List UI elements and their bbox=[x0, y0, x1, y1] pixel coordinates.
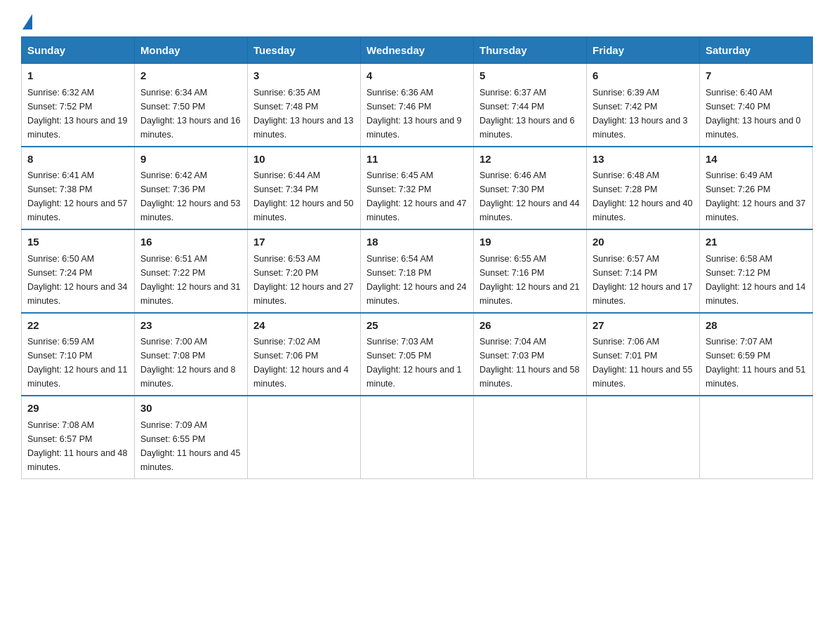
day-number: 2 bbox=[140, 68, 241, 84]
day-info: Sunrise: 6:37 AMSunset: 7:44 PMDaylight:… bbox=[479, 86, 581, 142]
day-number: 21 bbox=[706, 234, 807, 250]
day-number: 19 bbox=[479, 234, 581, 250]
day-info: Sunrise: 6:51 AMSunset: 7:22 PMDaylight:… bbox=[140, 252, 241, 308]
day-info: Sunrise: 6:36 AMSunset: 7:46 PMDaylight:… bbox=[366, 86, 468, 142]
calendar-day-cell: 6Sunrise: 6:39 AMSunset: 7:42 PMDaylight… bbox=[587, 64, 700, 147]
weekday-header-cell: Sunday bbox=[22, 37, 135, 64]
calendar-day-cell: 1Sunrise: 6:32 AMSunset: 7:52 PMDaylight… bbox=[22, 64, 135, 147]
day-info: Sunrise: 6:53 AMSunset: 7:20 PMDaylight:… bbox=[253, 252, 355, 308]
calendar-day-cell: 4Sunrise: 6:36 AMSunset: 7:46 PMDaylight… bbox=[361, 64, 474, 147]
calendar-week-row: 1Sunrise: 6:32 AMSunset: 7:52 PMDaylight… bbox=[22, 64, 813, 147]
calendar-day-cell bbox=[361, 396, 474, 478]
day-number: 1 bbox=[27, 68, 128, 84]
day-number: 3 bbox=[253, 68, 355, 84]
weekday-header-cell: Thursday bbox=[474, 37, 587, 64]
calendar-week-row: 8Sunrise: 6:41 AMSunset: 7:38 PMDaylight… bbox=[22, 147, 813, 230]
page-header bbox=[21, 14, 813, 29]
day-number: 27 bbox=[593, 318, 694, 334]
day-info: Sunrise: 6:41 AMSunset: 7:38 PMDaylight:… bbox=[27, 168, 128, 224]
calendar-day-cell bbox=[474, 396, 587, 478]
calendar-day-cell: 12Sunrise: 6:46 AMSunset: 7:30 PMDayligh… bbox=[474, 147, 587, 230]
day-number: 10 bbox=[253, 152, 355, 168]
calendar-day-cell: 25Sunrise: 7:03 AMSunset: 7:05 PMDayligh… bbox=[361, 313, 474, 396]
calendar-day-cell: 23Sunrise: 7:00 AMSunset: 7:08 PMDayligh… bbox=[135, 313, 248, 396]
weekday-header-cell: Friday bbox=[587, 37, 700, 64]
day-info: Sunrise: 6:58 AMSunset: 7:12 PMDaylight:… bbox=[706, 252, 807, 308]
calendar-week-row: 29Sunrise: 7:08 AMSunset: 6:57 PMDayligh… bbox=[22, 396, 813, 478]
day-info: Sunrise: 6:35 AMSunset: 7:48 PMDaylight:… bbox=[253, 86, 355, 142]
calendar-day-cell: 20Sunrise: 6:57 AMSunset: 7:14 PMDayligh… bbox=[587, 229, 700, 313]
day-info: Sunrise: 6:39 AMSunset: 7:42 PMDaylight:… bbox=[593, 86, 694, 142]
calendar-day-cell: 16Sunrise: 6:51 AMSunset: 7:22 PMDayligh… bbox=[135, 229, 248, 313]
day-info: Sunrise: 7:09 AMSunset: 6:55 PMDaylight:… bbox=[140, 418, 241, 474]
day-info: Sunrise: 7:02 AMSunset: 7:06 PMDaylight:… bbox=[253, 335, 355, 391]
calendar-day-cell: 15Sunrise: 6:50 AMSunset: 7:24 PMDayligh… bbox=[22, 229, 135, 313]
calendar-day-cell: 28Sunrise: 7:07 AMSunset: 6:59 PMDayligh… bbox=[700, 313, 813, 396]
day-number: 4 bbox=[366, 68, 468, 84]
day-number: 8 bbox=[27, 152, 128, 168]
calendar-day-cell: 19Sunrise: 6:55 AMSunset: 7:16 PMDayligh… bbox=[474, 229, 587, 313]
day-info: Sunrise: 6:40 AMSunset: 7:40 PMDaylight:… bbox=[706, 86, 807, 142]
calendar-day-cell bbox=[248, 396, 361, 478]
calendar-week-row: 15Sunrise: 6:50 AMSunset: 7:24 PMDayligh… bbox=[22, 229, 813, 313]
calendar-day-cell: 10Sunrise: 6:44 AMSunset: 7:34 PMDayligh… bbox=[248, 147, 361, 230]
calendar-day-cell: 26Sunrise: 7:04 AMSunset: 7:03 PMDayligh… bbox=[474, 313, 587, 396]
weekday-header-cell: Monday bbox=[135, 37, 248, 64]
day-number: 20 bbox=[593, 234, 694, 250]
day-number: 9 bbox=[140, 152, 241, 168]
day-info: Sunrise: 6:45 AMSunset: 7:32 PMDaylight:… bbox=[366, 168, 468, 224]
calendar-day-cell: 9Sunrise: 6:42 AMSunset: 7:36 PMDaylight… bbox=[135, 147, 248, 230]
day-info: Sunrise: 6:46 AMSunset: 7:30 PMDaylight:… bbox=[479, 168, 581, 224]
day-number: 30 bbox=[140, 401, 241, 417]
day-number: 28 bbox=[706, 318, 807, 334]
day-info: Sunrise: 7:03 AMSunset: 7:05 PMDaylight:… bbox=[366, 335, 468, 391]
day-number: 7 bbox=[706, 68, 807, 84]
day-info: Sunrise: 6:54 AMSunset: 7:18 PMDaylight:… bbox=[366, 252, 468, 308]
calendar-day-cell: 27Sunrise: 7:06 AMSunset: 7:01 PMDayligh… bbox=[587, 313, 700, 396]
day-info: Sunrise: 6:44 AMSunset: 7:34 PMDaylight:… bbox=[253, 168, 355, 224]
day-info: Sunrise: 7:06 AMSunset: 7:01 PMDaylight:… bbox=[593, 335, 694, 391]
day-info: Sunrise: 7:08 AMSunset: 6:57 PMDaylight:… bbox=[27, 418, 128, 474]
calendar-table: SundayMondayTuesdayWednesdayThursdayFrid… bbox=[21, 36, 813, 479]
calendar-week-row: 22Sunrise: 6:59 AMSunset: 7:10 PMDayligh… bbox=[22, 313, 813, 396]
day-info: Sunrise: 6:50 AMSunset: 7:24 PMDaylight:… bbox=[27, 252, 128, 308]
weekday-header-cell: Wednesday bbox=[361, 37, 474, 64]
day-number: 11 bbox=[366, 152, 468, 168]
calendar-day-cell: 22Sunrise: 6:59 AMSunset: 7:10 PMDayligh… bbox=[22, 313, 135, 396]
day-info: Sunrise: 6:32 AMSunset: 7:52 PMDaylight:… bbox=[27, 86, 128, 142]
weekday-header-cell: Tuesday bbox=[248, 37, 361, 64]
calendar-day-cell: 14Sunrise: 6:49 AMSunset: 7:26 PMDayligh… bbox=[700, 147, 813, 230]
calendar-day-cell: 21Sunrise: 6:58 AMSunset: 7:12 PMDayligh… bbox=[700, 229, 813, 313]
day-info: Sunrise: 6:42 AMSunset: 7:36 PMDaylight:… bbox=[140, 168, 241, 224]
day-info: Sunrise: 7:07 AMSunset: 6:59 PMDaylight:… bbox=[706, 335, 807, 391]
day-number: 15 bbox=[27, 234, 128, 250]
day-info: Sunrise: 6:49 AMSunset: 7:26 PMDaylight:… bbox=[706, 168, 807, 224]
calendar-day-cell: 2Sunrise: 6:34 AMSunset: 7:50 PMDaylight… bbox=[135, 64, 248, 147]
day-number: 14 bbox=[706, 152, 807, 168]
day-number: 22 bbox=[27, 318, 128, 334]
day-number: 13 bbox=[593, 152, 694, 168]
day-info: Sunrise: 6:48 AMSunset: 7:28 PMDaylight:… bbox=[593, 168, 694, 224]
day-info: Sunrise: 6:55 AMSunset: 7:16 PMDaylight:… bbox=[479, 252, 581, 308]
logo-triangle-icon bbox=[22, 14, 32, 29]
day-number: 23 bbox=[140, 318, 241, 334]
day-number: 29 bbox=[27, 401, 128, 417]
day-number: 12 bbox=[479, 152, 581, 168]
calendar-day-cell: 3Sunrise: 6:35 AMSunset: 7:48 PMDaylight… bbox=[248, 64, 361, 147]
day-info: Sunrise: 6:34 AMSunset: 7:50 PMDaylight:… bbox=[140, 86, 241, 142]
day-info: Sunrise: 6:59 AMSunset: 7:10 PMDaylight:… bbox=[27, 335, 128, 391]
day-number: 16 bbox=[140, 234, 241, 250]
calendar-body: 1Sunrise: 6:32 AMSunset: 7:52 PMDaylight… bbox=[22, 64, 813, 479]
day-number: 5 bbox=[479, 68, 581, 84]
day-number: 25 bbox=[366, 318, 468, 334]
day-number: 6 bbox=[593, 68, 694, 84]
day-number: 24 bbox=[253, 318, 355, 334]
calendar-day-cell: 24Sunrise: 7:02 AMSunset: 7:06 PMDayligh… bbox=[248, 313, 361, 396]
logo bbox=[21, 14, 34, 29]
calendar-day-cell: 13Sunrise: 6:48 AMSunset: 7:28 PMDayligh… bbox=[587, 147, 700, 230]
day-number: 26 bbox=[479, 318, 581, 334]
calendar-day-cell: 18Sunrise: 6:54 AMSunset: 7:18 PMDayligh… bbox=[361, 229, 474, 313]
calendar-day-cell: 5Sunrise: 6:37 AMSunset: 7:44 PMDaylight… bbox=[474, 64, 587, 147]
calendar-day-cell bbox=[587, 396, 700, 478]
calendar-day-cell: 17Sunrise: 6:53 AMSunset: 7:20 PMDayligh… bbox=[248, 229, 361, 313]
